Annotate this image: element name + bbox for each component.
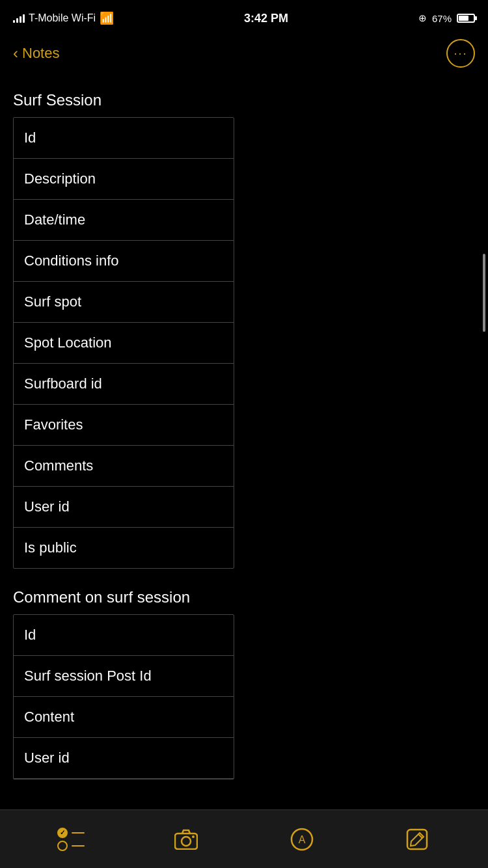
wifi-icon: 📶 (100, 11, 114, 25)
table-row: Id (14, 615, 234, 656)
table-row: Surf session Post Id (14, 656, 234, 697)
table-row: Date/time (14, 200, 234, 241)
status-left: T-Mobile Wi-Fi 📶 (13, 11, 114, 25)
svg-point-1 (182, 837, 191, 846)
camera-button[interactable] (167, 820, 206, 859)
signal-icon (13, 14, 25, 23)
table-row: Description (14, 159, 234, 200)
checklist-button[interactable] (51, 820, 90, 859)
check-circle-filled (57, 828, 68, 838)
table-row: User id (14, 738, 234, 779)
more-button[interactable]: ··· (446, 39, 475, 68)
table-row: User id (14, 487, 234, 528)
back-chevron-icon: ‹ (13, 44, 18, 62)
table-row: Id (14, 118, 234, 159)
time-label: 3:42 PM (244, 12, 288, 25)
bottom-toolbar: A (0, 809, 488, 868)
nav-bar: ‹ Notes ··· (0, 33, 488, 78)
table-row: Favorites (14, 405, 234, 446)
comment-section: Comment on surf session Id Surf session … (13, 588, 475, 780)
table-row: Conditions info (14, 241, 234, 282)
edit-icon (405, 828, 429, 851)
surf-session-title: Surf Session (13, 91, 475, 109)
battery-icon (457, 14, 475, 23)
table-row: Comments (14, 446, 234, 487)
comment-section-title: Comment on surf session (13, 588, 475, 606)
table-row: Surf spot (14, 282, 234, 323)
svg-text:A: A (298, 834, 305, 845)
comment-table: Id Surf session Post Id Content User id (13, 614, 234, 780)
edit-button[interactable] (398, 820, 437, 859)
back-button[interactable]: ‹ Notes (13, 44, 59, 62)
table-row: Spot Location (14, 323, 234, 364)
status-right: ⊕ 67% (418, 12, 475, 24)
surf-session-section: Surf Session Id Description Date/time Co… (13, 91, 475, 569)
table-row: Surfboard id (14, 364, 234, 405)
lock-icon: ⊕ (418, 12, 427, 24)
svg-point-2 (192, 835, 195, 838)
pen-icon: A (290, 828, 314, 851)
more-dots-icon: ··· (454, 47, 467, 59)
back-label: Notes (22, 45, 59, 62)
battery-percent-label: 67% (432, 13, 452, 24)
pen-button[interactable]: A (282, 820, 321, 859)
camera-icon (174, 829, 198, 850)
status-bar: T-Mobile Wi-Fi 📶 3:42 PM ⊕ 67% (0, 0, 488, 33)
table-row: Content (14, 697, 234, 738)
check-circle-empty (57, 841, 68, 851)
carrier-label: T-Mobile Wi-Fi (29, 12, 96, 24)
scrollbar[interactable] (483, 254, 485, 332)
content-area: Surf Session Id Description Date/time Co… (0, 78, 488, 864)
table-row: Is public (14, 528, 234, 568)
check-line (72, 845, 85, 847)
surf-session-table: Id Description Date/time Conditions info… (13, 117, 234, 569)
checklist-icon (57, 828, 85, 851)
check-line (72, 832, 85, 834)
